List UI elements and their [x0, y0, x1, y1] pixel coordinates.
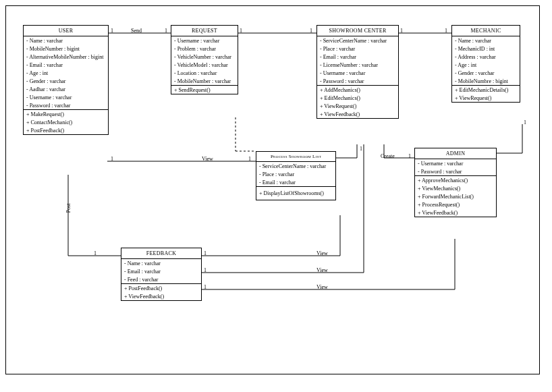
op: + PostFeedback()	[24, 126, 108, 134]
class-mechanic: MECHANIC - Name : varchar - MechanicID :…	[451, 25, 520, 103]
attr: - Email : varchar	[317, 53, 398, 61]
op: + EditMechanicDetails()	[452, 86, 520, 94]
mult: 1	[111, 156, 113, 162]
attr: - Feed : varchar	[121, 275, 201, 283]
attr: - Gender : varchar	[452, 69, 520, 77]
class-title: USER	[24, 26, 108, 36]
assoc-create: Create	[381, 153, 395, 159]
class-request: REQUEST - Username : varchar - Problem :…	[171, 25, 238, 94]
attr: - Location : varchar	[171, 69, 238, 77]
mult: 1	[94, 250, 96, 256]
op: + ContactMechanic()	[24, 118, 108, 126]
op: + PostFeedback()	[121, 284, 201, 292]
op: + ForwardMechanicList()	[415, 192, 496, 200]
mult: 1	[111, 28, 113, 34]
attr: - AlternativeMobileNumber : bigint	[24, 53, 108, 61]
attr: - Aadhar : varchar	[24, 85, 108, 93]
attr: - LicenseNumber : varchar	[317, 61, 398, 69]
class-showroom-center: SHOWROOM CENTER - ServiceCenterName : va…	[316, 25, 399, 119]
class-title: FEEDBACK	[121, 248, 201, 259]
attr: - MobileNumbre : bigint	[452, 77, 520, 85]
op: + ViewFeedback()	[415, 208, 496, 217]
mult: 1	[204, 250, 206, 256]
op: + ApproveMechanics()	[415, 176, 496, 184]
attr: - Problem : varchar	[171, 45, 238, 53]
attr: - Email : varchar	[121, 267, 201, 275]
attr: - MobileNumber : bigint	[24, 45, 108, 53]
assoc-send: Send	[131, 28, 142, 34]
attr: - Place : varchar	[256, 170, 335, 178]
attr: - MobileNumber : varchar	[171, 77, 238, 85]
mult: 1	[165, 28, 167, 34]
attr: - Age : int	[452, 61, 520, 69]
mult: 1	[240, 28, 242, 34]
op: + AddMechanics()	[317, 86, 398, 94]
attr: - Username : varchar	[415, 159, 496, 167]
mult: 1	[400, 28, 403, 34]
op: + MakeRequest()	[24, 110, 108, 118]
class-title: SHOWROOM CENTER	[317, 26, 398, 36]
attr: - Password : varchar	[24, 101, 108, 109]
attr: - Password : varchar	[415, 167, 496, 175]
attr: - Address : varchar	[452, 53, 520, 61]
op: + ViewFeedback()	[121, 292, 201, 300]
mult: 1	[204, 284, 206, 290]
op: + ViewMechanics()	[415, 184, 496, 192]
attr: - VehicleNumber : varchar	[171, 53, 238, 61]
attr: - ServiceCenterName : varchar	[317, 36, 398, 45]
op: + ViewRequest()	[317, 102, 398, 110]
attr: - Username : varchar	[24, 93, 108, 101]
op: + DisplayListOfShowrooms()	[256, 187, 335, 200]
mult: 1	[248, 156, 251, 162]
attr: - Name : varchar	[24, 36, 108, 45]
mult: 1	[524, 119, 526, 125]
class-user: USER - Name : varchar - MobileNumber : b…	[23, 25, 109, 135]
attr: - Username : varchar	[171, 36, 238, 45]
attr: - Name : varchar	[452, 36, 520, 45]
class-title: REQUEST	[171, 26, 238, 36]
mult: 1	[445, 28, 447, 34]
class-title: ADMIN	[415, 148, 496, 159]
attr: - Gender : varchar	[24, 77, 108, 85]
op: + EditMechanics()	[317, 94, 398, 102]
class-title: MECHANIC	[452, 26, 520, 36]
assoc-view: View	[202, 156, 213, 162]
attr: - MechanicID : int	[452, 45, 520, 53]
attr: - Email : varchar	[24, 61, 108, 69]
attr: - Password : varchar	[317, 77, 398, 85]
attr: - Username : varchar	[317, 69, 398, 77]
mult: 1	[310, 28, 312, 34]
attr: - Name : varchar	[121, 259, 201, 267]
op: + ViewRequest()	[452, 94, 520, 102]
attr: - Age : int	[24, 69, 108, 77]
mult: 1	[360, 146, 362, 152]
assoc-post: Post	[65, 204, 72, 213]
attr: - Place : varchar	[317, 45, 398, 53]
attr: - ServiceCenterName : varchar	[256, 162, 335, 170]
assoc-view: View	[316, 250, 328, 256]
class-process-showroom-list: Process Showroom List - ServiceCenterNam…	[256, 151, 336, 200]
assoc-view: View	[316, 267, 328, 273]
diagram-frame: USER - Name : varchar - MobileNumber : b…	[5, 5, 540, 374]
mult: 1	[204, 267, 206, 273]
class-title: Process Showroom List	[256, 152, 335, 162]
class-feedback: FEEDBACK - Name : varchar - Email : varc…	[121, 248, 202, 301]
op: + ViewFeedback()	[317, 110, 398, 118]
attr: - VehicleModel : varchar	[171, 61, 238, 69]
attr: - Email : varchar	[256, 178, 335, 186]
op: + ProcessRequest()	[415, 200, 496, 208]
op: + SendRequest()	[171, 86, 238, 94]
mult: 1	[408, 153, 411, 159]
class-admin: ADMIN - Username : varchar - Password : …	[414, 148, 497, 217]
assoc-view: View	[316, 284, 328, 290]
